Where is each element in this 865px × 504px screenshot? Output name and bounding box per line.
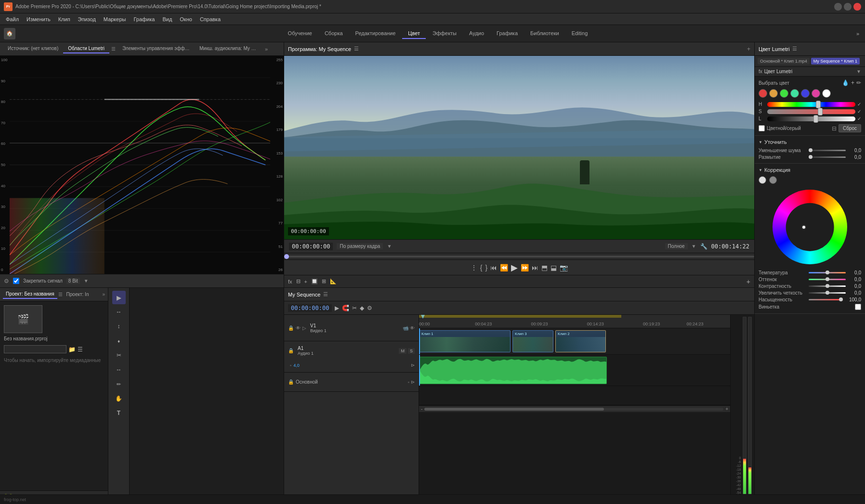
fx-label[interactable]: fx	[288, 279, 292, 284]
window-controls[interactable]	[834, 3, 861, 11]
grey-swatch[interactable]	[769, 176, 777, 184]
correction-header[interactable]: ▼ Коррекция	[759, 166, 861, 174]
compare-icon-lumetri[interactable]: ⊟	[832, 125, 837, 132]
step-back-button[interactable]: ⏪	[500, 264, 508, 271]
compare-icon[interactable]: ⊟	[296, 278, 301, 284]
timeline-zoom-bar[interactable]: - +	[419, 405, 730, 412]
wrench-icon[interactable]: 🔧	[700, 243, 708, 250]
fit-arrow[interactable]: ▼	[387, 244, 392, 249]
track-sync-v1[interactable]: ▷	[302, 325, 306, 331]
ws-tab-assembly[interactable]: Сборка	[319, 28, 349, 39]
master-collapse[interactable]: ⊳	[411, 379, 415, 385]
lumetri-dropdown-arrow[interactable]: ▼	[856, 69, 861, 74]
l-slider-track[interactable]	[767, 116, 855, 121]
insert-button[interactable]: ⬒	[541, 264, 548, 271]
snap-tool[interactable]: 🧲	[342, 305, 349, 311]
timecode-display[interactable]: 00:00:00:00	[289, 243, 333, 250]
safe-margins-icon[interactable]: ⊞	[322, 278, 326, 284]
color-wheel[interactable]	[773, 190, 847, 264]
eyedropper-icon[interactable]: 💧	[842, 79, 849, 86]
marker-button[interactable]: ⋮	[471, 264, 477, 271]
overwrite-button[interactable]: ⬓	[550, 264, 557, 271]
menu-view[interactable]: Вид	[158, 15, 176, 23]
blur-thumb[interactable]	[809, 155, 813, 159]
quality-arrow[interactable]: ▼	[692, 244, 696, 249]
rate-stretch-tool[interactable]: ⬧	[112, 334, 126, 348]
clarity-value[interactable]: 0,0	[848, 290, 861, 296]
menu-window[interactable]: Окно	[176, 15, 196, 23]
add-marker-icon[interactable]: +	[304, 279, 307, 284]
h-slider-track[interactable]	[767, 102, 855, 107]
export-frame-button[interactable]: 📷	[560, 264, 568, 271]
swatch-red[interactable]	[759, 89, 767, 98]
blur-slider[interactable]	[809, 156, 846, 158]
solo-btn-a1[interactable]: S	[408, 348, 415, 354]
reset-button[interactable]: Сброс	[839, 124, 861, 132]
program-monitor-settings-icon[interactable]: ☰	[354, 46, 359, 52]
mute-btn-a1[interactable]: M	[399, 348, 406, 354]
add-color-icon[interactable]: +	[851, 79, 854, 86]
saturation-thumb[interactable]	[839, 297, 843, 301]
h-slider-thumb[interactable]	[816, 101, 821, 108]
lumetri-source-tab[interactable]: Основной * Клип 1.mp4	[758, 58, 810, 65]
tab-source-monitor[interactable]: Источник: (нет клипов)	[3, 44, 63, 53]
video-clip-1[interactable]: Клип 1	[419, 330, 511, 352]
s-slider-track[interactable]	[767, 109, 855, 114]
master-track-content[interactable]	[419, 386, 730, 405]
zoom-out-icon[interactable]: +	[725, 406, 728, 412]
s-checkmark[interactable]: ✓	[857, 109, 861, 114]
camera-icon-v1[interactable]: 📹	[403, 325, 408, 331]
blur-value[interactable]: 0,0	[848, 155, 861, 160]
h-checkmark[interactable]: ✓	[857, 102, 861, 107]
track-select-tool[interactable]: ↔	[112, 305, 126, 319]
audio-level[interactable]: 4,0	[293, 363, 300, 368]
temperature-slider[interactable]	[809, 272, 846, 273]
l-checkmark[interactable]: ✓	[857, 116, 861, 121]
eye-icon-v1[interactable]: 👁	[410, 325, 415, 331]
contrast-slider[interactable]	[809, 285, 846, 287]
color-wheel-indicator[interactable]	[801, 225, 806, 230]
clarity-thumb[interactable]	[826, 291, 829, 295]
type-tool[interactable]: T	[112, 406, 126, 420]
tint-thumb[interactable]	[826, 277, 829, 281]
in-point-button[interactable]: {	[480, 264, 483, 271]
settings-icon[interactable]: ⚙	[4, 278, 9, 284]
swatch-blue[interactable]	[801, 89, 810, 98]
color-gray-checkbox[interactable]	[759, 125, 765, 131]
refine-header[interactable]: ▼ Уточнить	[759, 138, 861, 146]
noise-reduction-slider[interactable]	[809, 150, 846, 151]
tab-project-in[interactable]: Проект: In	[64, 290, 92, 298]
temperature-value[interactable]: 0,0	[848, 270, 861, 275]
ws-tab-learning[interactable]: Обучение	[282, 28, 318, 39]
saturation-value[interactable]: 100,0	[845, 297, 861, 302]
menu-file[interactable]: Файл	[2, 15, 23, 23]
menu-clip[interactable]: Клип	[54, 15, 74, 23]
razor-tool[interactable]: ✂	[112, 349, 126, 362]
tab-effect-controls[interactable]: Элементы управления эффектами	[118, 44, 195, 53]
maximize-button[interactable]	[844, 3, 852, 11]
new-bin-icon[interactable]: 📁	[68, 346, 76, 353]
ws-tab-editing2[interactable]: Editing	[566, 28, 594, 39]
menu-sequence[interactable]: Эпизод	[74, 15, 100, 23]
ws-tab-effects[interactable]: Эффекты	[427, 28, 462, 39]
play-button[interactable]: ▶	[511, 262, 518, 273]
project-tabs-more[interactable]: »	[102, 292, 105, 297]
swatch-teal[interactable]	[790, 89, 799, 98]
timeline-timecode[interactable]: 00:00:00:00	[288, 304, 332, 312]
home-button[interactable]: 🏠	[4, 28, 15, 39]
ws-tab-graphics[interactable]: Графика	[491, 28, 524, 39]
list-view-icon[interactable]: ☰	[78, 346, 83, 353]
white-balance-swatch[interactable]	[759, 176, 766, 184]
minimize-button[interactable]	[834, 3, 842, 11]
tab-project[interactable]: Проект: Без названия	[3, 290, 57, 299]
audio-clip-1[interactable]	[419, 357, 607, 384]
lumetri-scopes-settings-icon[interactable]: ☰	[109, 45, 118, 52]
workspace-more-icon[interactable]: »	[854, 29, 861, 39]
tab-audio-mixer[interactable]: Микш. аудиоклипа: My Seque	[195, 44, 262, 53]
ws-tab-color[interactable]: Цвет	[402, 28, 426, 39]
bit-depth-label[interactable]: 8 Bit	[66, 278, 80, 284]
pen-tool[interactable]: ✏	[112, 377, 126, 391]
track-eye-v1[interactable]: 👁	[296, 325, 301, 331]
add-to-program-icon[interactable]: +	[747, 278, 750, 285]
more-tools-icon[interactable]: ⚙	[367, 305, 372, 311]
